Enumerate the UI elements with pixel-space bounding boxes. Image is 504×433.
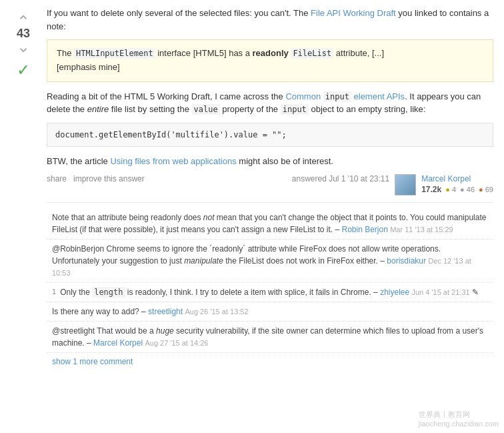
p2-before: Reading a bit of the HTML 5 Working Draf… bbox=[47, 91, 285, 101]
p1-text-before: If you want to delete only several of th… bbox=[47, 8, 311, 18]
c3-time: Jun 4 '15 at 21:31 bbox=[412, 288, 470, 296]
c5-user[interactable]: Marcel Korpel bbox=[93, 338, 143, 348]
code-block: document.getElementById('multifile').val… bbox=[47, 123, 493, 147]
comment-3: 1 Only the length is readonly, I think. … bbox=[47, 283, 493, 302]
c3-code: length bbox=[92, 287, 125, 298]
answer-footer: share improve this answer answered Jul 1… bbox=[47, 174, 493, 195]
p3-before: BTW, the article bbox=[47, 156, 110, 166]
gold-badge: 4 bbox=[445, 185, 456, 193]
c3-user[interactable]: zhiyelee bbox=[380, 288, 409, 297]
rep-score: 17.2k bbox=[421, 185, 441, 194]
user-info: Marcel Korpel 17.2k 4 46 69 bbox=[421, 174, 493, 194]
note-text-before: The bbox=[57, 48, 74, 58]
vote-column: 43 ✓ bbox=[0, 7, 47, 370]
c3-number: 1 bbox=[52, 286, 56, 298]
answer-body: If you want to delete only several of th… bbox=[47, 7, 504, 370]
paragraph-1: If you want to delete only several of th… bbox=[47, 7, 493, 33]
c3-text: Only the length is readonly, I think. I … bbox=[60, 288, 479, 297]
c2-text: @RobinBerjon Chrome seems to ignore the … bbox=[52, 244, 471, 278]
c4-text: Is there any way to add? – streetlight A… bbox=[52, 307, 249, 316]
silver-badge: 46 bbox=[460, 185, 475, 193]
note-code-1: HTMLInputElement bbox=[74, 48, 155, 59]
c2-user[interactable]: borisdiakur bbox=[387, 256, 426, 266]
paragraph-2: Reading a bit of the HTML 5 Working Draf… bbox=[47, 90, 493, 116]
note-box: The HTMLInputElement interface [HTML5] h… bbox=[47, 39, 493, 82]
common-link[interactable]: Common bbox=[285, 91, 321, 101]
user-card: answered Jul 1 '10 at 23:11 Marcel Korpe… bbox=[292, 174, 493, 195]
comment-4: Is there any way to add? – streetlight A… bbox=[47, 302, 493, 322]
c5-time: Aug 27 '15 at 14:26 bbox=[145, 339, 208, 347]
c4-user[interactable]: streetlight bbox=[148, 307, 183, 316]
improve-link[interactable]: improve this answer bbox=[73, 174, 145, 183]
comment-5: @streetlight That would be a huge securi… bbox=[47, 322, 493, 353]
c3-edit-icon: ✎ bbox=[472, 288, 479, 297]
c1-user[interactable]: Robin Berjon bbox=[341, 225, 387, 234]
answer-container: 43 ✓ If you want to delete only several … bbox=[0, 0, 504, 377]
p2-code-value: value bbox=[192, 104, 220, 115]
answered-time: answered Jul 1 '10 at 23:11 bbox=[292, 174, 389, 183]
share-link[interactable]: share bbox=[47, 174, 67, 183]
note-text-after: [emphasis mine] bbox=[57, 62, 120, 72]
comments-section: Note that an attribute being readonly do… bbox=[47, 202, 493, 370]
note-text-middle1: interface [HTML5] has a bbox=[155, 48, 253, 58]
c4-time: Aug 26 '15 at 13:52 bbox=[185, 308, 248, 316]
p3-after: might also be of interest. bbox=[237, 156, 333, 166]
note-bold: readonly bbox=[253, 48, 289, 58]
vote-down-button[interactable] bbox=[15, 42, 31, 58]
paragraph-3: BTW, the article Using files from web ap… bbox=[47, 155, 493, 168]
p2-after1: file list by setting the bbox=[109, 104, 191, 114]
note-code-2: FileList bbox=[291, 48, 333, 59]
p2-em: entire bbox=[87, 104, 109, 114]
bronze-badge: 69 bbox=[479, 185, 493, 193]
p2-after2: property of the bbox=[220, 104, 281, 114]
comment-1: Note that an attribute being readonly do… bbox=[47, 208, 493, 240]
using-files-link[interactable]: Using files from web applications bbox=[110, 156, 236, 166]
p2-code-input2: input bbox=[281, 104, 309, 115]
p2-after3: object to an empty string, like: bbox=[309, 104, 426, 114]
element-apis-link[interactable]: element APIs bbox=[354, 91, 405, 101]
c1-text: Note that an attribute being readonly do… bbox=[52, 213, 486, 234]
user-rep: 17.2k 4 46 69 bbox=[421, 185, 493, 194]
comment-2: @RobinBerjon Chrome seems to ignore the … bbox=[47, 240, 493, 283]
show-more-comments[interactable]: show 1 more comment bbox=[47, 353, 493, 370]
file-api-link[interactable]: File API Working Draft bbox=[311, 8, 396, 18]
c5-text: @streetlight That would be a huge securi… bbox=[52, 326, 483, 348]
p2-code-input1: input bbox=[323, 91, 351, 102]
vote-count: 43 bbox=[17, 27, 30, 41]
c1-time: Mar 11 '13 at 15:29 bbox=[390, 226, 453, 234]
accepted-checkmark: ✓ bbox=[17, 62, 30, 78]
user-name[interactable]: Marcel Korpel bbox=[421, 174, 471, 183]
footer-links: share improve this answer bbox=[47, 174, 145, 183]
avatar bbox=[395, 174, 416, 195]
vote-up-button[interactable] bbox=[15, 9, 31, 25]
note-text-middle2: attribute, [...] bbox=[333, 48, 384, 58]
